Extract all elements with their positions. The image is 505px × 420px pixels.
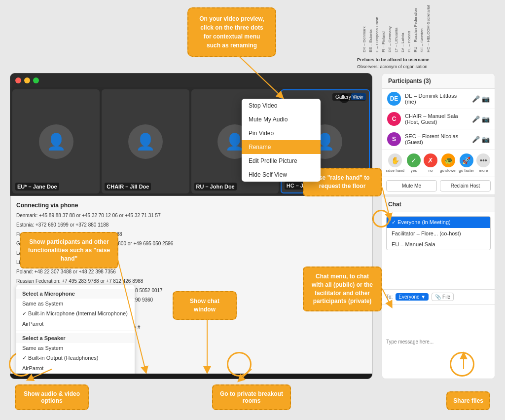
no-btn[interactable]: ✗ no xyxy=(423,153,438,173)
go-slower-btn[interactable]: 🐢 go slower xyxy=(440,153,457,173)
participants-callout-text: Show participants and other functionalit… xyxy=(28,238,110,262)
video-tile-eu[interactable]: 👤 EU* – Jane Doe xyxy=(12,89,100,193)
name-label-eu: EU* – Jane Doe xyxy=(15,183,59,191)
more-label: more xyxy=(479,168,488,173)
avatar-de: DE xyxy=(387,92,401,106)
speaker-same-system[interactable]: Same as System xyxy=(16,343,135,353)
participant-name-chair: CHAIR – Manuel Sala (Host, Guest) xyxy=(405,113,468,125)
chat-header: Chat xyxy=(382,197,495,212)
more-btn[interactable]: ••• more xyxy=(476,153,491,173)
top-callout-text: On your video preview, click on the thre… xyxy=(199,15,264,49)
circle-raise-hand xyxy=(372,210,390,228)
prefix-table: Prefixes to be affixed to username Obser… xyxy=(357,56,495,71)
share-files-label-text: Share files xyxy=(453,397,483,404)
go-slower-icon: 🐢 xyxy=(441,153,455,167)
participant-item-chair: C CHAIR – Manuel Sala (Host, Guest) 🎤 📷 xyxy=(382,109,495,129)
participant-icons-de: 🎤 📷 xyxy=(472,95,490,103)
microphone-dropdown[interactable]: Select a Microphone Same as System Built… xyxy=(16,285,135,374)
ctx-stop-video[interactable]: Stop Video xyxy=(242,99,321,113)
participant-name-sec: SEC – Florent Nicolas (Guest) xyxy=(405,133,468,145)
audio-video-label-text: Show audio & video options xyxy=(24,390,80,404)
chat-input-area: To: Everyone ▼ 📎 File xyxy=(382,289,495,304)
info-line-0: Denmark: +45 89 88 37 88 or +45 32 70 12… xyxy=(16,212,366,219)
chat-section: Chat Everyone (in Meeting) Facilitator –… xyxy=(382,197,495,379)
gallery-view-btn[interactable]: Gallery View xyxy=(332,93,366,101)
chat-area: Everyone (in Meeting) Facilitator – Flor… xyxy=(382,212,495,289)
raise-hand-btn[interactable]: ✋ raise hand xyxy=(386,153,404,173)
ctx-hide-self[interactable]: Hide Self View xyxy=(242,168,321,182)
prefix-lv: LV – Latvia xyxy=(400,5,405,52)
mute-reclaim-row: Mute Me Reclaim Host xyxy=(382,177,495,195)
yes-label: yes xyxy=(411,168,417,173)
participant-item-de: DE DE – Dominik Littfass (me) 🎤 📷 xyxy=(382,89,495,109)
mic-airparrot[interactable]: AirParrot xyxy=(16,319,135,329)
go-faster-btn[interactable]: 🚀 go faster xyxy=(459,153,474,173)
right-panel: Participants (3) DE DE – Dominik Littfas… xyxy=(382,73,495,379)
prefix-se: SE – Sweden xyxy=(420,5,424,52)
prefix-annotation: DK – Denmark EE – Estonia E – European U… xyxy=(357,5,495,71)
mic-builtin[interactable]: Built-in Microphone (Internal Microphone… xyxy=(16,308,135,319)
reclaim-host-button[interactable]: Reclaim Host xyxy=(440,180,491,191)
participant-icons-chair: 🎤 📷 xyxy=(472,115,490,123)
video-tile-chair[interactable]: 👤 CHAIR – Jill Doe xyxy=(102,89,189,193)
minimize-button[interactable] xyxy=(24,77,30,83)
more-icon: ••• xyxy=(476,153,490,167)
prefix-title: Prefixes to be affixed to username xyxy=(357,56,495,63)
chat-to-value: Everyone xyxy=(398,294,419,300)
chat-window-callout-text: Show chat window xyxy=(190,298,219,313)
go-slower-label: go slower xyxy=(440,168,457,173)
yes-icon: ✓ xyxy=(407,153,421,167)
chat-menu-callout-text: Chat menu, to chat with all (public) or … xyxy=(312,273,373,305)
prefix-fi: FI – Finland xyxy=(381,5,386,52)
chat-window-callout: Show chat window xyxy=(173,291,237,320)
participant-icons-sec: 🎤 📷 xyxy=(472,136,490,143)
speaker-section-header: Select a Speaker xyxy=(16,333,135,343)
ctx-rename[interactable]: Rename xyxy=(242,140,321,154)
prefix-pl: PL – Poland xyxy=(407,5,411,52)
prefix-ru: RU – Russian Federation xyxy=(413,5,418,52)
participants-header: Participants (3) xyxy=(382,74,495,89)
circle-file xyxy=(450,352,474,377)
speaker-airparrot[interactable]: AirParrot xyxy=(16,363,135,373)
participants-section: Participants (3) DE DE – Dominik Littfas… xyxy=(382,74,495,195)
reactions-bar: ✋ raise hand ✓ yes ✗ no 🐢 go slower xyxy=(382,150,495,177)
speaker-builtin[interactable]: Built-in Output (Headphones) xyxy=(16,353,135,363)
chat-message-input[interactable] xyxy=(382,304,495,379)
chat-eu-manuel-option[interactable]: EU – Manuel Sala xyxy=(387,239,490,250)
name-label-chair: CHAIR – Jill Doe xyxy=(105,183,151,191)
chat-to-dropdown[interactable]: Everyone (in Meeting) Facilitator – Flor… xyxy=(386,216,491,250)
mute-me-button[interactable]: Mute Me xyxy=(386,180,437,191)
audio-video-label: Show audio & video options xyxy=(15,384,89,410)
chat-facilitator-option[interactable]: Facilitator – Flore... (co-host) xyxy=(387,228,490,239)
mic-same-system[interactable]: Same as System xyxy=(16,299,135,308)
avatar-se: S xyxy=(387,132,401,146)
mic-section-header: Select a Microphone xyxy=(16,289,135,299)
prefix-hc: HC – HELCOM-Secretariat xyxy=(426,5,431,52)
close-button[interactable] xyxy=(15,77,21,83)
chat-menu-callout: Chat menu, to chat with all (public) or … xyxy=(303,267,382,311)
ctx-pin-video[interactable]: Pin Video xyxy=(242,126,321,140)
top-callout: On your video preview, click on the thre… xyxy=(187,7,276,57)
share-files-label: Share files xyxy=(446,391,490,410)
toolbar: 🎤 Mute ▲ 📹 Stop Video ▲ 👥 Participants ⬆… xyxy=(10,374,372,379)
breakout-rooms-label-text: Go to private breakout rooms xyxy=(220,390,283,404)
chat-everyone-option[interactable]: Everyone (in Meeting) xyxy=(387,217,490,228)
maximize-button[interactable] xyxy=(33,77,39,83)
screenshot-container: DK – Denmark EE – Estonia E – European U… xyxy=(0,0,505,420)
chat-file-button[interactable]: 📎 File xyxy=(432,293,454,301)
prefix-ee: EE – Estonia xyxy=(368,5,373,52)
chat-to-label: To: xyxy=(386,294,393,300)
go-faster-label: go faster xyxy=(459,168,474,173)
right-panel-sections: Participants (3) DE DE – Dominik Littfas… xyxy=(382,74,495,379)
prefix-dk: DK – Denmark xyxy=(362,5,366,52)
participants-callout: Show participants and other functionalit… xyxy=(20,232,118,268)
raise-hand-callout-text: Use "raise hand" to request the floor xyxy=(315,174,369,190)
info-line-1: Estonia: +372 660 1699 or +372 880 1188 xyxy=(16,221,366,229)
name-label-ru: RU – John Doe xyxy=(194,183,237,191)
go-faster-icon: 🚀 xyxy=(460,153,473,167)
ctx-edit-profile[interactable]: Edit Profile Picture xyxy=(242,154,321,168)
chat-to-select[interactable]: Everyone ▼ xyxy=(396,293,429,301)
ctx-mute-audio[interactable]: Mute My Audio xyxy=(242,113,321,126)
yes-btn[interactable]: ✓ yes xyxy=(406,153,421,173)
no-label: no xyxy=(429,168,433,173)
